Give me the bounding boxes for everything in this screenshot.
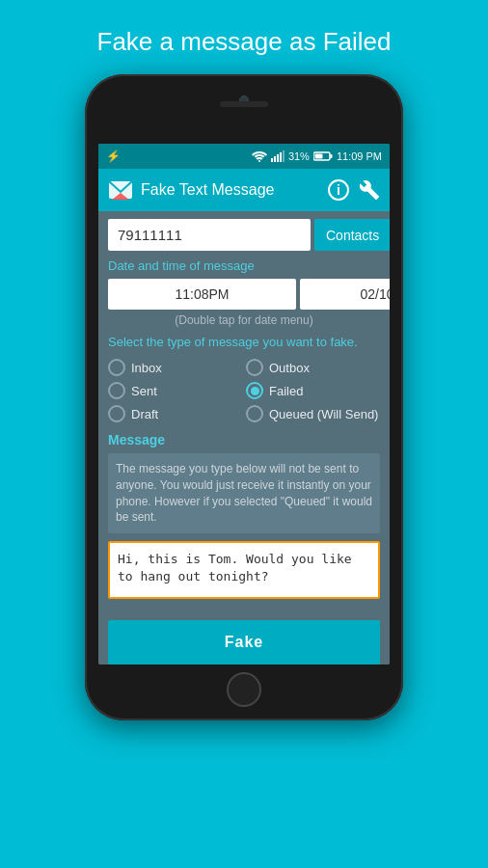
radio-label-queued: Queued (Will Send) <box>269 407 378 421</box>
radio-label-outbox: Outbox <box>269 361 310 375</box>
datetime-label: Date and time of message <box>108 258 380 273</box>
radio-circle-sent <box>108 382 125 399</box>
wrench-icon[interactable] <box>359 179 380 201</box>
svg-rect-5 <box>283 150 285 162</box>
time-display: 11:09 PM <box>337 150 382 162</box>
svg-rect-3 <box>277 154 279 162</box>
battery-text: 31% <box>288 150 310 162</box>
status-right: 31% 11:09 PM <box>252 150 382 162</box>
svg-rect-4 <box>280 152 282 162</box>
radio-outbox[interactable]: Outbox <box>246 359 380 376</box>
app-bar-icons: i <box>328 179 380 201</box>
time-input[interactable] <box>108 279 296 310</box>
radio-inbox[interactable]: Inbox <box>108 359 242 376</box>
type-section-label: Select the type of message you want to f… <box>108 335 380 351</box>
radio-queued[interactable]: Queued (Will Send) <box>246 405 380 422</box>
battery-icon <box>313 150 333 162</box>
radio-label-sent: Sent <box>131 384 157 398</box>
main-content: Contacts Date and time of message (Doubl… <box>98 211 390 610</box>
svg-rect-7 <box>330 154 332 158</box>
home-button[interactable] <box>227 672 261 707</box>
svg-rect-2 <box>274 156 276 162</box>
phone-screen: ⚡ <box>98 144 390 665</box>
envelope-icon <box>108 180 133 200</box>
message-textarea[interactable]: Hi, this is Tom. Would you like to hang … <box>108 541 380 599</box>
fake-btn-wrapper: Fake <box>98 610 390 665</box>
radio-draft[interactable]: Draft <box>108 405 242 422</box>
datetime-row <box>108 279 380 310</box>
phone-speaker <box>220 101 268 107</box>
message-section-label: Message <box>108 432 380 448</box>
signal-icon <box>271 150 285 162</box>
phone-mockup: ⚡ <box>85 74 403 720</box>
contacts-button[interactable]: Contacts <box>314 219 390 251</box>
fake-button[interactable]: Fake <box>108 620 380 665</box>
message-type-grid: Inbox Outbox Sent <box>108 359 380 422</box>
radio-label-failed: Failed <box>269 384 303 398</box>
radio-sent[interactable]: Sent <box>108 382 242 399</box>
svg-rect-8 <box>314 154 322 159</box>
scroll-content: Contacts Date and time of message (Doubl… <box>98 211 390 665</box>
status-left: ⚡ <box>106 149 121 163</box>
radio-circle-queued <box>246 405 263 422</box>
app-bar: Fake Text Message i <box>98 169 390 211</box>
info-icon[interactable]: i <box>328 179 349 201</box>
app-bar-left: Fake Text Message <box>108 180 274 200</box>
radio-failed[interactable]: Failed <box>246 382 380 399</box>
svg-point-0 <box>258 160 260 162</box>
radio-label-draft: Draft <box>131 407 158 421</box>
page-title: Fake a message as Failed <box>97 27 392 57</box>
radio-circle-draft <box>108 405 125 422</box>
date-input[interactable] <box>300 279 390 310</box>
datetime-hint: (Double tap for date menu) <box>108 313 380 327</box>
radio-circle-outbox <box>246 359 263 376</box>
usb-icon: ⚡ <box>106 149 121 163</box>
status-bar: ⚡ <box>98 144 390 169</box>
phone-body: ⚡ <box>85 74 403 720</box>
radio-circle-failed <box>246 382 263 399</box>
phone-number-input[interactable] <box>108 219 311 251</box>
message-info-text: The message you type below will not be s… <box>108 453 380 533</box>
svg-rect-1 <box>271 158 273 162</box>
phone-number-row: Contacts <box>108 219 380 251</box>
app-bar-title: Fake Text Message <box>141 181 274 199</box>
radio-circle-inbox <box>108 359 125 376</box>
wifi-icon <box>252 150 267 162</box>
radio-label-inbox: Inbox <box>131 361 162 375</box>
